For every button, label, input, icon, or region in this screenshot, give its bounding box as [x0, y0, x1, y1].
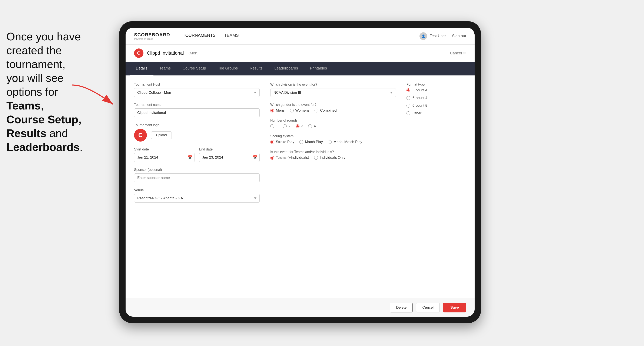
tab-details[interactable]: Details	[130, 62, 154, 75]
teams-group: Is this event for Teams and/or Individua…	[270, 150, 396, 160]
tournament-title-row: C Clippd Invitational (Men)	[134, 48, 198, 58]
user-label: Test User	[430, 34, 446, 38]
rounds-4[interactable]: 4	[308, 124, 316, 128]
save-button[interactable]: Save	[443, 303, 466, 312]
user-avatar: 👤	[420, 32, 427, 40]
form-area: Tournament Host Clippd College - Men Tou…	[126, 75, 474, 298]
tournament-header: C Clippd Invitational (Men) Cancel ✕	[126, 45, 474, 62]
format-6count5-radio[interactable]	[406, 104, 410, 108]
format-label: Format type	[406, 83, 466, 86]
logo-area: SCOREBOARD Powered by clippd	[134, 32, 170, 40]
name-input[interactable]	[134, 108, 260, 117]
tablet-screen: SCOREBOARD Powered by clippd TOURNAMENTS…	[126, 28, 474, 317]
teams-label: Is this event for Teams and/or Individua…	[270, 150, 396, 154]
teams-plus-individuals[interactable]: Teams (+Individuals)	[270, 156, 309, 160]
gender-combined[interactable]: Combined	[314, 108, 337, 113]
rounds-3-radio[interactable]	[296, 124, 300, 128]
rounds-1-radio[interactable]	[270, 124, 274, 128]
gender-mens[interactable]: Mens	[270, 108, 285, 113]
rounds-2-radio[interactable]	[283, 124, 287, 128]
gender-label: Which gender is the event for?	[270, 103, 396, 107]
logo-group: Tournament logo C Upload	[134, 123, 260, 142]
host-label: Tournament Host	[134, 83, 260, 86]
delete-button[interactable]: Delete	[390, 303, 413, 312]
individuals-only-radio[interactable]	[314, 156, 318, 160]
user-separator: |	[448, 34, 450, 38]
scoring-medal-radio[interactable]	[328, 140, 332, 144]
nav-teams[interactable]: TEAMS	[224, 33, 239, 39]
tab-printables[interactable]: Printables	[304, 62, 333, 75]
sponsor-group: Sponsor (optional)	[134, 168, 260, 182]
division-label: Which division is the event for?	[270, 83, 396, 86]
rounds-1[interactable]: 1	[270, 124, 278, 128]
scoring-medal[interactable]: Medal Match Play	[328, 140, 362, 144]
tournament-name: Clippd Invitational	[147, 50, 184, 56]
format-5count4[interactable]: 5 count 4	[406, 88, 466, 92]
gender-womens[interactable]: Womens	[290, 108, 310, 113]
gender-radio-group: Mens Womens Combined	[270, 108, 396, 113]
form-col-left: Tournament Host Clippd College - Men Tou…	[134, 83, 260, 208]
cancel-button[interactable]: Cancel	[416, 303, 440, 312]
gender-group: Which gender is the event for? Mens Wome…	[270, 103, 396, 113]
sign-out-link[interactable]: Sign out	[452, 34, 466, 38]
individuals-only[interactable]: Individuals Only	[314, 156, 345, 160]
end-date-wrap: 📅	[199, 153, 260, 162]
format-other[interactable]: Other	[406, 111, 466, 115]
logo-sub: Powered by clippd	[134, 38, 170, 40]
rounds-group: Number of rounds 1 2	[270, 119, 396, 128]
scoring-match[interactable]: Match Play	[300, 140, 323, 144]
tab-bar: Details Teams Course Setup Tee Groups Re…	[126, 62, 474, 75]
tab-tee-groups[interactable]: Tee Groups	[212, 62, 244, 75]
format-other-radio[interactable]	[406, 111, 410, 115]
tab-results[interactable]: Results	[244, 62, 268, 75]
sponsor-label: Sponsor (optional)	[134, 168, 260, 172]
top-nav: SCOREBOARD Powered by clippd TOURNAMENTS…	[126, 28, 474, 45]
date-group: Start date 📅 End date 📅	[134, 148, 260, 162]
venue-label: Venue	[134, 188, 260, 192]
nav-links: TOURNAMENTS TEAMS	[183, 33, 420, 39]
tab-teams[interactable]: Teams	[154, 62, 177, 75]
venue-select[interactable]: Peachtree GC - Atlanta - GA	[134, 194, 260, 202]
end-date-group: End date 📅	[199, 148, 260, 162]
logo-preview: C	[134, 129, 147, 142]
end-date-label: End date	[199, 148, 260, 151]
format-6count4[interactable]: 6 count 4	[406, 96, 466, 100]
scoring-stroke-radio[interactable]	[270, 140, 274, 144]
rounds-2[interactable]: 2	[283, 124, 290, 128]
tab-course-setup[interactable]: Course Setup	[177, 62, 212, 75]
tab-leaderboards[interactable]: Leaderboards	[268, 62, 304, 75]
start-date-input[interactable]	[134, 153, 195, 162]
scoring-stroke[interactable]: Stroke Play	[270, 140, 294, 144]
division-group: Which division is the event for? NCAA Di…	[270, 83, 396, 97]
tablet-device: SCOREBOARD Powered by clippd TOURNAMENTS…	[119, 21, 481, 323]
name-label: Tournament name	[134, 103, 260, 107]
name-group: Tournament name	[134, 103, 260, 117]
form-col-middle: Which division is the event for? NCAA Di…	[270, 83, 396, 208]
end-date-icon: 📅	[252, 155, 257, 160]
format-6count5[interactable]: 6 count 5	[406, 104, 466, 108]
form-col-right: Format type 5 count 4 6 count 4	[406, 83, 466, 208]
cancel-x-button[interactable]: Cancel ✕	[450, 51, 466, 55]
scoring-match-radio[interactable]	[300, 140, 303, 144]
division-select[interactable]: NCAA Division III	[270, 88, 396, 97]
gender-combined-radio[interactable]	[314, 109, 318, 112]
scoring-group: Scoring system Stroke Play Match Play	[270, 134, 396, 144]
top-nav-right: 👤 Test User | Sign out	[420, 32, 466, 40]
teams-plus-radio[interactable]	[270, 156, 274, 160]
host-select[interactable]: Clippd College - Men	[134, 88, 260, 97]
logo-upload-row: C Upload	[134, 129, 260, 142]
gender-mens-radio[interactable]	[270, 109, 274, 112]
scoring-label: Scoring system	[270, 134, 396, 138]
tournament-logo-circle: C	[134, 48, 144, 58]
end-date-input[interactable]	[199, 153, 260, 162]
logo-label: Tournament logo	[134, 123, 260, 127]
start-date-label: Start date	[134, 148, 195, 151]
rounds-3[interactable]: 3	[296, 124, 303, 128]
nav-tournaments[interactable]: TOURNAMENTS	[183, 33, 216, 39]
rounds-4-radio[interactable]	[308, 124, 312, 128]
sponsor-input[interactable]	[134, 173, 260, 182]
format-5count4-radio[interactable]	[406, 88, 410, 92]
format-6count4-radio[interactable]	[406, 96, 410, 100]
upload-button[interactable]: Upload	[151, 131, 172, 139]
gender-womens-radio[interactable]	[290, 109, 294, 112]
